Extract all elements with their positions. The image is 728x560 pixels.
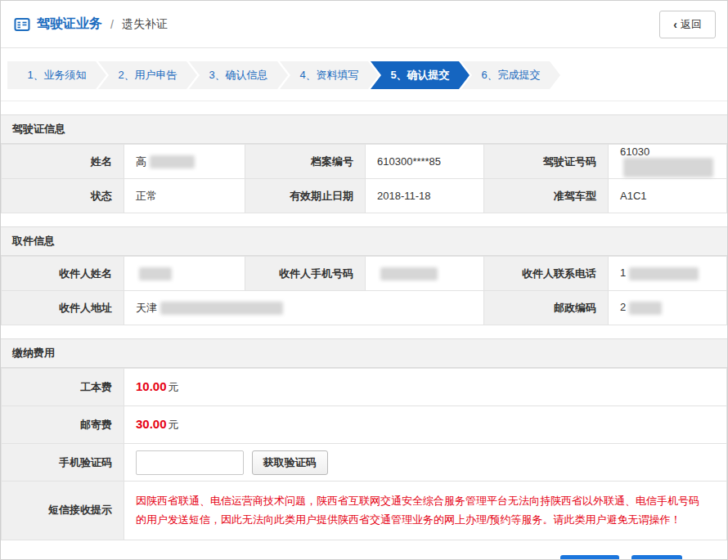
- field-value-name: 高: [124, 145, 245, 179]
- previous-step-button[interactable]: 上一步: [560, 555, 619, 560]
- fees-section-title: 缴纳费用: [1, 338, 727, 368]
- field-label-recipient-name: 收件人姓名: [2, 257, 124, 291]
- get-code-button[interactable]: 获取验证码: [252, 450, 328, 475]
- redacted-value: [139, 267, 172, 280]
- breadcrumb: 驾驶证业务 / 遗失补证: [14, 16, 168, 33]
- table-row: 邮寄费 30.00元: [2, 406, 727, 444]
- field-label-recipient-mobile: 收件人手机号码: [245, 257, 366, 291]
- table-row: 收件人地址 天津 邮政编码 2: [2, 291, 727, 325]
- field-label-production-fee: 工本费: [2, 369, 124, 406]
- field-value-recipient-address: 天津: [124, 291, 484, 325]
- table-row: 短信接收提示 因陕西省联通、电信运营商技术问题，陕西省互联网交通安全综合服务管理…: [2, 482, 727, 540]
- top-header: 驾驶证业务 / 遗失补证 ‹ 返回: [1, 1, 727, 48]
- step-tab-5[interactable]: 5、确认提交: [371, 61, 470, 89]
- pickup-info-section: 取件信息 收件人姓名 收件人手机号码 收件人联系电话 1: [1, 226, 727, 325]
- redacted-value: [380, 267, 438, 280]
- field-label-sms-code: 手机验证码: [2, 444, 124, 482]
- redacted-value: [623, 158, 713, 177]
- field-value-vehicle-class: A1C1: [609, 179, 727, 213]
- field-label-expiry-date: 有效期止日期: [245, 179, 366, 213]
- field-label-recipient-phone: 收件人联系电话: [484, 257, 609, 291]
- breadcrumb-separator: /: [110, 18, 114, 31]
- field-value-license-number: 61030: [609, 145, 727, 179]
- table-row: 手机验证码 获取验证码: [2, 444, 727, 482]
- sms-code-input[interactable]: [136, 450, 244, 475]
- back-button[interactable]: ‹ 返回: [659, 11, 716, 38]
- license-info-section: 驾驶证信息 姓名 高 档案编号 610300****85 驾驶证号码 61030: [1, 114, 727, 213]
- pickup-section-title: 取件信息: [1, 226, 727, 256]
- step-wizard: 1、业务须知 2、用户申告 3、确认信息 4、资料填写 5、确认提交 6、完成提…: [1, 48, 727, 101]
- sms-notice-text: 因陕西省联通、电信运营商技术问题，陕西省互联网交通安全综合服务管理平台无法向持陕…: [124, 482, 727, 540]
- page-container: 驾驶证业务 / 遗失补证 ‹ 返回 1、业务须知 2、用户申告 3、确认信息 4…: [0, 0, 728, 560]
- fee-amount: 30.00: [136, 417, 167, 431]
- fee-amount: 10.00: [136, 379, 167, 393]
- field-value-sms-code: 获取验证码: [124, 444, 727, 482]
- field-value-postal-code: 2: [609, 291, 727, 325]
- step-tab-4[interactable]: 4、资料填写: [280, 61, 379, 89]
- pickup-info-table: 收件人姓名 收件人手机号码 收件人联系电话 1 收件人地址 天津 邮政编码: [1, 256, 727, 325]
- field-label-file-number: 档案编号: [245, 145, 366, 179]
- redacted-value: [150, 155, 195, 168]
- license-services-icon: [14, 16, 30, 33]
- back-button-label: 返回: [681, 17, 702, 32]
- step-tab-1[interactable]: 1、业务须知: [7, 61, 106, 89]
- field-value-recipient-mobile: [366, 257, 484, 291]
- table-row: 状态 正常 有效期止日期 2018-11-18 准驾车型 A1C1: [2, 179, 727, 213]
- fees-table: 工本费 10.00元 邮寄费 30.00元 手机验证码 获取验证码 短信接收提: [1, 368, 727, 540]
- step-tab-2[interactable]: 2、用户申告: [98, 61, 197, 89]
- table-row: 工本费 10.00元: [2, 369, 727, 406]
- field-label-vehicle-class: 准驾车型: [484, 179, 609, 213]
- license-info-table: 姓名 高 档案编号 610300****85 驾驶证号码 61030 状态 正常…: [1, 144, 727, 213]
- field-label-sms-notice: 短信接收提示: [2, 482, 124, 540]
- field-label-status: 状态: [2, 179, 124, 213]
- footer-actions: 上一步 完成: [1, 540, 727, 560]
- field-value-status: 正常: [124, 179, 245, 213]
- field-label-recipient-address: 收件人地址: [2, 291, 124, 325]
- table-row: 收件人姓名 收件人手机号码 收件人联系电话 1: [2, 257, 727, 291]
- field-value-recipient-name: [124, 257, 245, 291]
- redacted-value: [160, 302, 283, 315]
- field-value-file-number: 610300****85: [366, 145, 484, 179]
- field-label-postage-fee: 邮寄费: [2, 406, 124, 444]
- table-row: 姓名 高 档案编号 610300****85 驾驶证号码 61030: [2, 145, 727, 179]
- field-value-postage-fee: 30.00元: [124, 406, 727, 444]
- redacted-value: [629, 267, 699, 280]
- back-chevron-icon: ‹: [673, 19, 677, 30]
- field-value-expiry-date: 2018-11-18: [366, 179, 484, 213]
- page-subtitle: 遗失补证: [122, 17, 168, 32]
- field-label-postal-code: 邮政编码: [484, 291, 609, 325]
- page-title: 驾驶证业务: [37, 16, 102, 33]
- field-value-production-fee: 10.00元: [124, 369, 727, 406]
- fee-unit: 元: [169, 381, 179, 393]
- fee-unit: 元: [169, 419, 179, 431]
- field-value-recipient-phone: 1: [609, 257, 727, 291]
- finish-button[interactable]: 完成: [631, 555, 682, 560]
- fees-section: 缴纳费用 工本费 10.00元 邮寄费 30.00元 手机验证码: [1, 338, 727, 540]
- field-label-license-number: 驾驶证号码: [484, 145, 609, 179]
- redacted-value: [629, 302, 662, 315]
- step-tab-3[interactable]: 3、确认信息: [189, 61, 288, 89]
- field-label-name: 姓名: [2, 145, 124, 179]
- step-tab-6[interactable]: 6、完成提交: [461, 61, 560, 89]
- license-section-title: 驾驶证信息: [1, 114, 727, 144]
